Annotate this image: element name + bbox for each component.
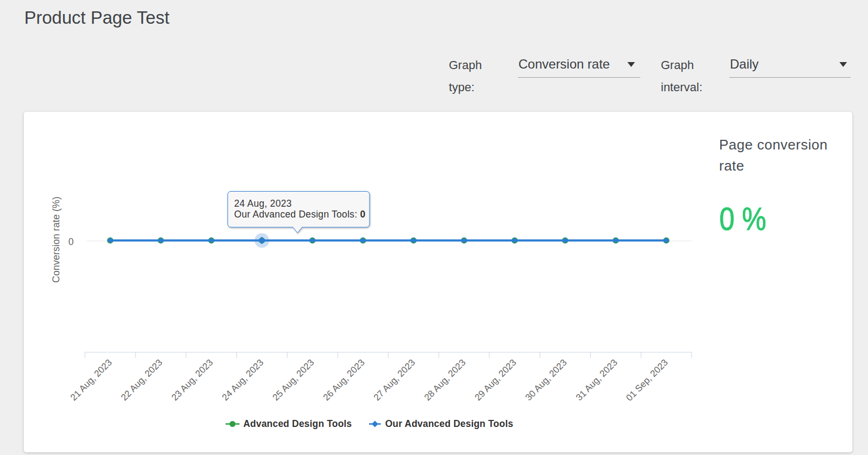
- svg-text:31 Aug, 2023: 31 Aug, 2023: [574, 357, 619, 403]
- svg-text:0 %: 0 %: [720, 201, 767, 237]
- svg-text:21 Aug, 2023: 21 Aug, 2023: [69, 357, 114, 403]
- svg-text:25 Aug, 2023: 25 Aug, 2023: [271, 357, 316, 403]
- svg-text:30 Aug, 2023: 30 Aug, 2023: [523, 357, 569, 403]
- svg-text:01 Sep, 2023: 01 Sep, 2023: [624, 357, 670, 403]
- svg-text:0: 0: [69, 236, 74, 247]
- svg-text:22 Aug, 2023: 22 Aug, 2023: [119, 357, 165, 403]
- svg-text:Conversion rate (%): Conversion rate (%): [51, 196, 61, 283]
- svg-text:26 Aug, 2023: 26 Aug, 2023: [321, 357, 366, 403]
- svg-text:28 Aug, 2023: 28 Aug, 2023: [422, 357, 468, 403]
- svg-text:24 Aug, 2023: 24 Aug, 2023: [220, 357, 265, 403]
- svg-text:Advanced Design Tools: Advanced Design Tools: [243, 418, 352, 429]
- svg-text:Page conversion: Page conversion: [719, 137, 828, 153]
- svg-text:rate: rate: [719, 158, 744, 174]
- svg-text:Our Advanced Design Tools: Our Advanced Design Tools: [385, 418, 513, 429]
- svg-text:23 Aug, 2023: 23 Aug, 2023: [169, 357, 215, 403]
- svg-text:24 Aug, 2023: 24 Aug, 2023: [234, 198, 292, 209]
- svg-text:Our Advanced Design Tools: 0: Our Advanced Design Tools: 0: [234, 209, 366, 220]
- svg-text:27 Aug, 2023: 27 Aug, 2023: [372, 357, 417, 403]
- svg-text:29 Aug, 2023: 29 Aug, 2023: [473, 357, 518, 403]
